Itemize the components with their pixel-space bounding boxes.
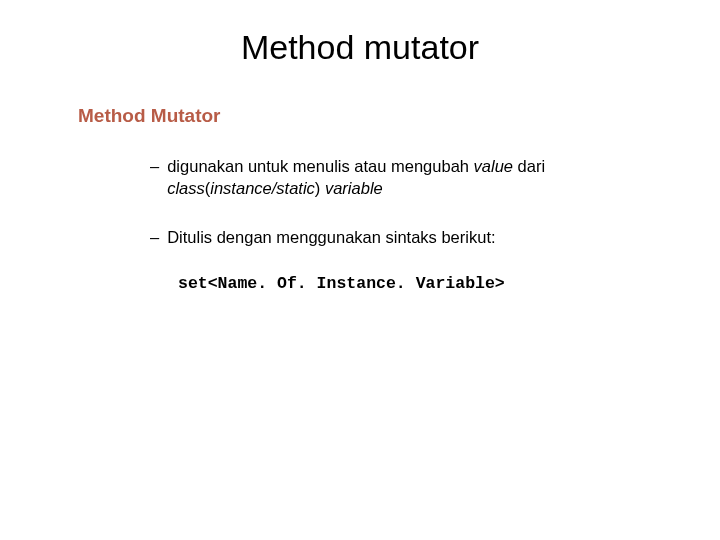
text-fragment: dari (518, 157, 546, 175)
page-title: Method mutator (60, 28, 660, 67)
bullet-text: digunakan untuk menulis atau mengubah va… (167, 155, 620, 200)
bullet-dash: – (150, 155, 159, 200)
bullet-dash: – (150, 226, 159, 248)
slide: Method mutator Method Mutator – digunaka… (0, 0, 720, 293)
text-fragment: digunakan untuk menulis atau mengubah (167, 157, 473, 175)
italic-text: class (167, 179, 205, 197)
list-item: – Ditulis dengan menggunakan sintaks ber… (150, 226, 620, 248)
bullet-text: Ditulis dengan menggunakan sintaks berik… (167, 226, 620, 248)
bullet-list: – digunakan untuk menulis atau mengubah … (150, 155, 620, 248)
italic-text: value (474, 157, 518, 175)
italic-text: instance/static (210, 179, 315, 197)
text-fragment: ) (315, 179, 325, 197)
list-item: – digunakan untuk menulis atau mengubah … (150, 155, 620, 200)
code-syntax: set<Name. Of. Instance. Variable> (178, 274, 660, 293)
subtitle: Method Mutator (78, 105, 660, 127)
italic-text: variable (325, 179, 383, 197)
